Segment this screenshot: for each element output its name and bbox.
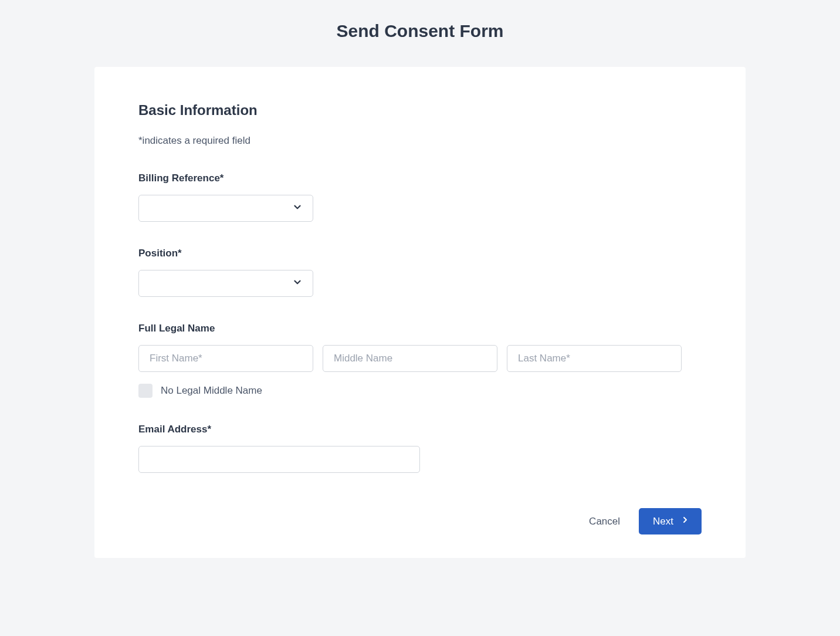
email-input[interactable] (138, 446, 420, 473)
last-name-input[interactable] (507, 345, 682, 372)
cancel-button[interactable]: Cancel (589, 516, 620, 527)
no-middle-name-row: No Legal Middle Name (138, 384, 702, 398)
position-select-wrapper (138, 270, 313, 297)
no-middle-name-checkbox[interactable] (138, 384, 153, 398)
billing-reference-select[interactable] (138, 195, 313, 222)
billing-reference-select-wrapper (138, 195, 313, 222)
middle-name-input[interactable] (323, 345, 497, 372)
email-group: Email Address* (138, 424, 702, 473)
name-row (138, 345, 702, 372)
next-button[interactable]: Next (639, 508, 702, 534)
chevron-right-icon (680, 515, 690, 527)
first-name-input[interactable] (138, 345, 313, 372)
required-note: *indicates a required field (138, 135, 702, 147)
page-title: Send Consent Form (29, 0, 811, 67)
next-button-label: Next (653, 516, 673, 527)
position-group: Position* (138, 248, 702, 297)
no-middle-name-label: No Legal Middle Name (161, 385, 262, 397)
position-select[interactable] (138, 270, 313, 297)
page-wrapper: Send Consent Form Basic Information *ind… (0, 0, 840, 587)
full-legal-name-group: Full Legal Name No Legal Middle Name (138, 323, 702, 398)
billing-reference-label: Billing Reference* (138, 172, 702, 184)
footer-actions: Cancel Next (138, 508, 702, 534)
full-legal-name-label: Full Legal Name (138, 323, 702, 334)
billing-reference-group: Billing Reference* (138, 172, 702, 222)
form-card: Basic Information *indicates a required … (94, 67, 746, 558)
position-label: Position* (138, 248, 702, 259)
email-label: Email Address* (138, 424, 702, 435)
section-title: Basic Information (138, 102, 702, 119)
